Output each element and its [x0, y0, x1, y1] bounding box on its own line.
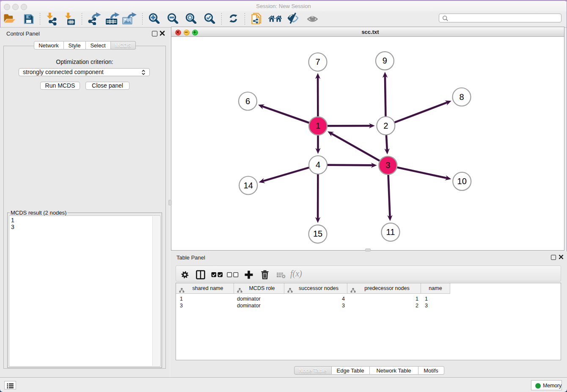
svg-text:9: 9	[383, 56, 387, 65]
svg-text:4: 4	[316, 160, 320, 169]
svg-text:1: 1	[316, 121, 320, 130]
svg-text:2: 2	[383, 121, 388, 130]
svg-text:11: 11	[386, 227, 395, 237]
svg-text:3: 3	[385, 160, 390, 170]
svg-text:14: 14	[244, 181, 253, 190]
svg-text:10: 10	[457, 177, 467, 186]
svg-text:15: 15	[313, 229, 322, 238]
svg-text:7: 7	[315, 57, 320, 66]
svg-text:8: 8	[459, 92, 464, 102]
svg-text:6: 6	[245, 97, 250, 106]
